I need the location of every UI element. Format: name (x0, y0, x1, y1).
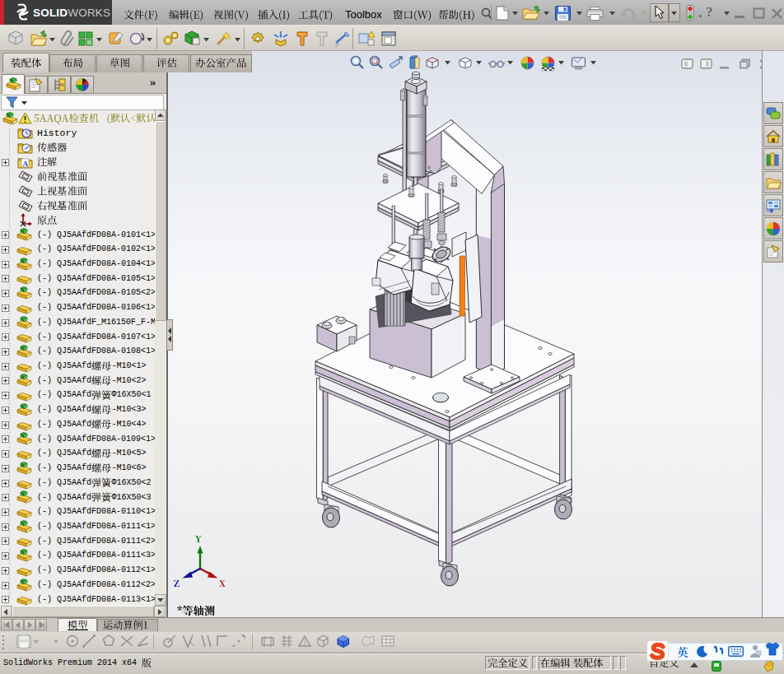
svg-text:SOLIDWORKS: SOLIDWORKS (33, 7, 110, 19)
svg-text:A: A (23, 159, 29, 167)
